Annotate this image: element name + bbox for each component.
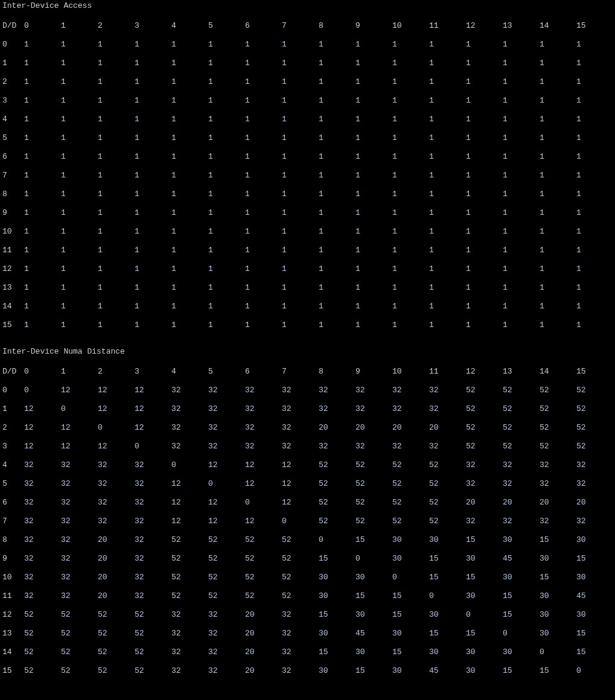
table-row: 83232203252525252015303015301530 (2, 530, 613, 549)
cell-value: 12 (245, 512, 282, 530)
cell-value: 30 (392, 549, 429, 568)
cell-value: 1 (319, 129, 355, 148)
cell-value: 1 (576, 36, 613, 54)
cell-value: 12 (171, 493, 208, 512)
cell-value: 1 (98, 316, 135, 335)
cell-value: 1 (61, 260, 98, 279)
cell-value: 1 (61, 148, 98, 167)
cell-value: 1 (576, 185, 613, 204)
table-row: 141111111111111111 (2, 298, 613, 316)
cell-value: 30 (355, 605, 392, 624)
col-header: 15 (576, 362, 613, 381)
col-header: 2 (98, 362, 135, 381)
cell-value: 52 (208, 568, 245, 587)
cell-value: 1 (24, 92, 61, 110)
cell-value: 1 (98, 167, 135, 185)
cell-value: 30 (503, 643, 540, 661)
col-header: 7 (282, 17, 319, 36)
cell-value: 1 (540, 129, 576, 148)
cell-value: 32 (135, 568, 171, 587)
cell-value: 1 (319, 148, 355, 167)
cell-value: 1 (355, 167, 392, 185)
cell-value: 1 (392, 260, 429, 279)
col-header: 10 (392, 362, 429, 381)
cell-value: 1 (208, 260, 245, 279)
cell-value: 1 (282, 73, 319, 92)
cell-value: 32 (466, 512, 503, 530)
cell-value: 1 (319, 204, 355, 223)
cell-value: 30 (466, 587, 503, 605)
cell-value: 1 (576, 148, 613, 167)
cell-value: 1 (171, 110, 208, 129)
cell-value: 1 (61, 185, 98, 204)
cell-value: 1 (392, 316, 429, 335)
cell-value: 52 (540, 399, 576, 418)
cell-value: 1 (282, 185, 319, 204)
cell-value: 52 (355, 512, 392, 530)
cell-value: 52 (392, 512, 429, 530)
cell-value: 32 (135, 587, 171, 605)
cell-value: 1 (392, 298, 429, 316)
cell-value: 52 (282, 530, 319, 549)
col-header: 3 (135, 17, 171, 36)
row-header: 15 (2, 661, 24, 680)
col-header: 0 (24, 17, 61, 36)
cell-value: 1 (540, 92, 576, 110)
cell-value: 20 (503, 493, 540, 512)
cell-value: 1 (24, 148, 61, 167)
cell-value: 1 (576, 110, 613, 129)
cell-value: 32 (208, 643, 245, 661)
cell-value: 32 (135, 549, 171, 568)
cell-value: 1 (98, 223, 135, 241)
cell-value: 12 (135, 399, 171, 418)
cell-value: 15 (429, 568, 466, 587)
row-header: 3 (2, 437, 24, 456)
cell-value: 52 (466, 381, 503, 399)
cell-value: 30 (466, 549, 503, 568)
cell-value: 1 (135, 241, 171, 260)
cell-value: 1 (466, 279, 503, 298)
cell-value: 32 (429, 381, 466, 399)
cell-value: 52 (319, 474, 355, 493)
cell-value: 1 (540, 279, 576, 298)
cell-value: 1 (503, 298, 540, 316)
cell-value: 32 (245, 399, 282, 418)
cell-value: 52 (24, 643, 61, 661)
cell-value: 20 (319, 418, 355, 437)
cell-value: 52 (135, 624, 171, 643)
cell-value: 32 (503, 512, 540, 530)
cell-value: 52 (98, 643, 135, 661)
cell-value: 20 (245, 643, 282, 661)
cell-value: 1 (135, 185, 171, 204)
cell-value: 1 (429, 260, 466, 279)
cell-value: 32 (392, 381, 429, 399)
cell-value: 32 (61, 587, 98, 605)
cell-value: 52 (208, 587, 245, 605)
cell-value: 1 (429, 316, 466, 335)
cell-value: 1 (24, 223, 61, 241)
cell-value: 1 (503, 129, 540, 148)
table-row: 91111111111111111 (2, 204, 613, 223)
cell-value: 1 (24, 36, 61, 54)
cell-value: 1 (98, 241, 135, 260)
row-header: 4 (2, 456, 24, 474)
cell-value: 1 (245, 54, 282, 73)
row-header: 12 (2, 605, 24, 624)
cell-value: 45 (429, 661, 466, 680)
cell-value: 52 (576, 399, 613, 418)
cell-value: 1 (576, 92, 613, 110)
cell-value: 12 (24, 418, 61, 437)
row-header: 7 (2, 512, 24, 530)
cell-value: 1 (392, 148, 429, 167)
cell-value: 32 (98, 493, 135, 512)
cell-value: 1 (392, 279, 429, 298)
cell-value: 32 (282, 624, 319, 643)
cell-value: 1 (576, 298, 613, 316)
cell-value: 1 (98, 36, 135, 54)
cell-value: 32 (208, 661, 245, 680)
cell-value: 15 (540, 530, 576, 549)
cell-value: 1 (466, 54, 503, 73)
cell-value: 1 (245, 110, 282, 129)
cell-value: 1 (392, 110, 429, 129)
cell-value: 1 (429, 204, 466, 223)
